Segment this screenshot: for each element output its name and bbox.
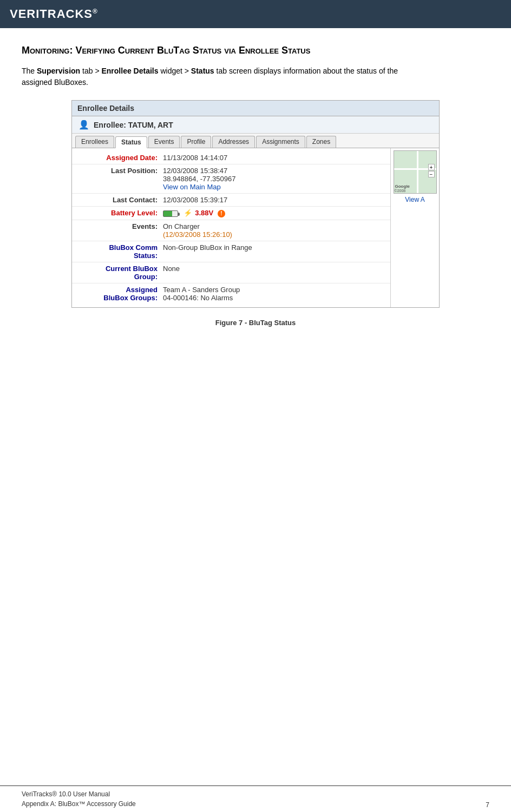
battery-level-label: Battery Level: — [76, 209, 163, 217]
blubox-comm-status-row: BluBox CommStatus: Non-Group BluBox in R… — [72, 241, 390, 262]
alert-icon: ! — [218, 210, 225, 217]
map-inner: + − Google ©2008 — [394, 151, 436, 193]
assigned-date-value: 11/13/2008 14:14:07 — [163, 154, 386, 162]
intro-paragraph: The Supervision tab > Enrollee Details w… — [22, 65, 401, 88]
map-road-vertical — [417, 151, 418, 193]
events-row: Events: On Charger (12/03/2008 15:26:10) — [72, 220, 390, 241]
blubox-group-line2: 04-000146: No Alarms — [163, 294, 233, 302]
tab-status[interactable]: Status — [115, 136, 147, 148]
battery-level-row: Battery Level: ⚡ 3.88V ! — [72, 207, 390, 220]
last-position-value: 12/03/2008 15:38:47 38.948864, -77.35096… — [163, 167, 386, 191]
tab-events[interactable]: Events — [148, 136, 180, 148]
widget-data-area: Assigned Date: 11/13/2008 14:14:07 Last … — [72, 148, 390, 307]
tab-assignments[interactable]: Assignments — [256, 136, 305, 148]
google-logo: Google — [395, 184, 410, 189]
view-a-link[interactable]: View A — [405, 196, 424, 203]
logo: VeriTracks® — [10, 7, 98, 21]
supervision-label: Supervision — [37, 67, 80, 75]
map-thumbnail[interactable]: + − Google ©2008 — [394, 150, 437, 194]
last-position-datetime: 12/03/2008 15:38:47 — [163, 167, 227, 175]
lightning-icon: ⚡ — [184, 209, 192, 217]
enrollee-name: Enrollee: TATUM, ART — [94, 121, 173, 129]
events-value: On Charger (12/03/2008 15:26:10) — [163, 222, 386, 239]
current-blubox-group-row: Current BluBoxGroup: None — [72, 262, 390, 283]
last-contact-row: Last Contact: 12/03/2008 15:39:17 — [72, 194, 390, 207]
tab-profile[interactable]: Profile — [181, 136, 211, 148]
intro-part3: widget > — [159, 67, 191, 75]
widget-title: Enrollee Details — [77, 104, 134, 113]
current-blubox-group-value: None — [163, 265, 386, 273]
assigned-date-row: Assigned Date: 11/13/2008 14:14:07 — [72, 151, 390, 164]
footer-line1: VeriTracks® 10.0 User Manual — [22, 789, 136, 799]
header: VeriTracks® — [0, 0, 511, 28]
intro-part1: The — [22, 67, 37, 75]
assigned-date-label: Assigned Date: — [76, 154, 163, 162]
person-icon: 👤 — [78, 120, 89, 130]
battery-level-value: ⚡ 3.88V ! — [163, 209, 386, 217]
status-label: Status — [191, 67, 214, 75]
tab-addresses[interactable]: Addresses — [212, 136, 255, 148]
assigned-blubox-groups-row: AssignedBluBox Groups: Team A - Sanders … — [72, 283, 390, 304]
widget-container: Enrollee Details 👤 Enrollee: TATUM, ART … — [22, 100, 489, 308]
blubox-group-line1: Team A - Sanders Group — [163, 286, 240, 294]
events-time: (12/03/2008 15:26:10) — [163, 230, 232, 239]
footer: VeriTracks® 10.0 User Manual Appendix A:… — [0, 785, 511, 812]
blubox-comm-status-label: BluBox CommStatus: — [76, 243, 163, 260]
assigned-blubox-groups-value: Team A - Sanders Group 04-000146: No Ala… — [163, 286, 386, 302]
battery-bar-icon — [163, 210, 178, 217]
figure-caption: Figure 7 - BluTag Status — [22, 319, 489, 327]
enrollee-details-widget: Enrollee Details 👤 Enrollee: TATUM, ART … — [71, 100, 440, 308]
enrollee-details-label: Enrollee Details — [101, 67, 158, 75]
tabs-row: Enrollees Status Events Profile Addresse… — [72, 134, 439, 148]
intro-part2: tab > — [80, 67, 101, 75]
map-zoom-out[interactable]: − — [428, 171, 435, 177]
widget-body: Assigned Date: 11/13/2008 14:14:07 Last … — [72, 148, 439, 307]
map-zoom-controls[interactable]: + − — [428, 164, 435, 177]
footer-left: VeriTracks® 10.0 User Manual Appendix A:… — [22, 789, 136, 809]
reg-symbol: ® — [93, 8, 98, 15]
map-copyright: ©2008 — [395, 189, 406, 193]
assigned-blubox-groups-label: AssignedBluBox Groups: — [76, 286, 163, 302]
main-content: Monitoring: Verifying Current BluTag Sta… — [0, 28, 511, 348]
map-panel: + − Google ©2008 View A — [390, 148, 439, 307]
map-zoom-in[interactable]: + — [428, 164, 435, 170]
view-on-main-map-link[interactable]: View on Main Map — [163, 183, 221, 191]
last-contact-label: Last Contact: — [76, 196, 163, 204]
last-position-row: Last Position: 12/03/2008 15:38:47 38.94… — [72, 164, 390, 194]
last-contact-value: 12/03/2008 15:39:17 — [163, 196, 386, 204]
last-position-label: Last Position: — [76, 167, 163, 175]
tab-enrollees[interactable]: Enrollees — [75, 136, 114, 148]
enrollee-name-bar: 👤 Enrollee: TATUM, ART — [72, 116, 439, 134]
current-blubox-group-label: Current BluBoxGroup: — [76, 265, 163, 281]
logo-text: VeriTracks — [10, 7, 93, 21]
tab-zones[interactable]: Zones — [306, 136, 336, 148]
footer-page-number: 7 — [486, 801, 489, 809]
page-title: Monitoring: Verifying Current BluTag Sta… — [22, 44, 489, 57]
last-position-coords: 38.948864, -77.350967 — [163, 175, 235, 183]
widget-title-bar: Enrollee Details — [72, 101, 439, 116]
events-main: On Charger — [163, 222, 200, 230]
events-label: Events: — [76, 222, 163, 230]
battery-voltage: 3.88V — [195, 209, 213, 217]
blubox-comm-status-value: Non-Group BluBox in Range — [163, 243, 386, 252]
footer-line2: Appendix A: BluBox™ Accessory Guide — [22, 799, 136, 809]
